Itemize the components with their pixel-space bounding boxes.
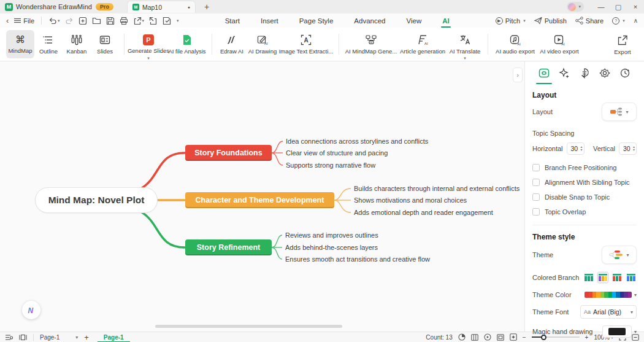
- colored-branch-option-1[interactable]: [583, 272, 594, 283]
- collapse-ribbon-button[interactable]: ∧: [634, 18, 638, 24]
- pro-badge[interactable]: Pro: [96, 3, 113, 10]
- panel-tab-topic-style[interactable]: [535, 62, 553, 84]
- tab-view[interactable]: View: [405, 15, 423, 26]
- ai-mindmap-generation-button[interactable]: AI AI MindMap Gene...: [344, 30, 398, 58]
- colored-branch-option-4[interactable]: [626, 272, 637, 283]
- export-button[interactable]: Export: [606, 31, 639, 59]
- save-button[interactable]: [106, 17, 115, 25]
- print-button[interactable]: [120, 17, 128, 25]
- subtopic[interactable]: Adds behind-the-scenes layers: [285, 243, 378, 252]
- color-chip[interactable]: [628, 292, 632, 298]
- panel-tab-history[interactable]: [616, 62, 634, 84]
- image-text-extraction-button[interactable]: A Image Text Extracti...: [278, 30, 334, 58]
- help-button[interactable]: ? ▾: [612, 17, 625, 25]
- checkbox-row[interactable]: Branch Free Positioning: [532, 163, 637, 172]
- ai-drawing-button[interactable]: AI AI Drawing: [247, 30, 278, 58]
- ai-audio-export-button[interactable]: AI AI audio export: [493, 30, 537, 58]
- generate-slides-button[interactable]: P Generate Slides ▾: [129, 30, 167, 58]
- branch-topic-story-refinement[interactable]: Story Refinement: [185, 239, 272, 255]
- article-generation-button[interactable]: AI Article generation: [398, 30, 447, 58]
- view-outline-button[interactable]: Outline: [34, 30, 63, 58]
- subtopic[interactable]: Idea connections across storylines and c…: [286, 137, 428, 146]
- colored-branch-option-2[interactable]: [597, 272, 608, 283]
- new-tab-button[interactable]: +: [204, 2, 209, 11]
- panel-tab-seal[interactable]: [596, 62, 614, 84]
- pitch-button[interactable]: ▶ Pitch ▾: [496, 17, 526, 25]
- checkbox-unchecked[interactable]: [532, 208, 540, 216]
- zoom-slider[interactable]: [532, 334, 580, 340]
- vertical-spacing-stepper[interactable]: 30 ▴▾: [619, 142, 637, 155]
- subtopic[interactable]: Ensures smooth act transitions and creat…: [285, 255, 430, 263]
- tab-page-style[interactable]: Page Style: [298, 15, 335, 26]
- branch-topic-story-foundations[interactable]: Story Foundations: [185, 145, 272, 161]
- theme-dropdown[interactable]: ▾: [602, 246, 637, 264]
- minimize-button[interactable]: —: [592, 3, 610, 10]
- import-button[interactable]: [149, 17, 158, 25]
- fit-to-screen-button[interactable]: [510, 333, 517, 341]
- maximize-button[interactable]: ▢: [610, 3, 627, 11]
- view-mindmap-button[interactable]: ⌘ MindMap: [6, 30, 34, 58]
- add-page-button[interactable]: +: [84, 333, 89, 342]
- divider: [488, 34, 488, 55]
- horizontal-spacing-stepper[interactable]: 30 ▴▾: [567, 142, 585, 155]
- share-button[interactable]: Share: [575, 17, 604, 25]
- ai-video-export-button[interactable]: AI AI video export: [537, 30, 581, 58]
- horizontal-scrollbar[interactable]: [155, 325, 342, 328]
- zoom-out-button[interactable]: −: [523, 334, 526, 341]
- magic-hand-drawing-color-button[interactable]: [602, 325, 632, 338]
- page-select-dropdown[interactable]: Page-1 ▾: [40, 334, 78, 341]
- open-file-button[interactable]: [92, 17, 101, 25]
- subtopic[interactable]: Clear view of structure and pacing: [286, 149, 388, 157]
- panel-tab-beautify[interactable]: [555, 62, 573, 84]
- branch-topic-character-theme[interactable]: Character and Theme Development: [185, 192, 334, 208]
- tab-insert[interactable]: Insert: [259, 15, 280, 26]
- subtopic[interactable]: Supports strong narrative flow: [286, 161, 375, 169]
- subtopic[interactable]: Builds characters through internal and e…: [354, 184, 519, 193]
- ai-file-analysis-button[interactable]: AI file Analysis: [167, 30, 207, 58]
- panel-tab-stickers[interactable]: [575, 62, 594, 84]
- slide-preview-button[interactable]: [497, 334, 504, 341]
- new-document-button[interactable]: [79, 17, 87, 25]
- panel-collapse-button[interactable]: ›: [513, 68, 523, 82]
- theme-font-dropdown[interactable]: Aa Arial (Big) ▾: [580, 305, 637, 319]
- publish-button[interactable]: Publish: [534, 17, 567, 25]
- edraw-ai-button[interactable]: Edraw AI: [217, 30, 247, 58]
- checkbox-unchecked[interactable]: [532, 164, 540, 171]
- checkbox-row[interactable]: Disable Snap to Topic: [532, 193, 637, 201]
- view-slides-button[interactable]: Slides: [91, 30, 119, 58]
- timer-icon[interactable]: [458, 333, 466, 341]
- save-as-button[interactable]: [163, 17, 171, 25]
- file-menu-button[interactable]: File: [13, 17, 34, 25]
- central-topic[interactable]: Mind Map: Novel Plot: [35, 187, 158, 213]
- view-kanban-button[interactable]: Kanban: [63, 30, 91, 58]
- close-button[interactable]: ×: [627, 3, 644, 10]
- zoom-slider-knob[interactable]: [541, 335, 546, 340]
- theme-color-strip[interactable]: [585, 292, 632, 298]
- outline-panel-button[interactable]: [5, 334, 13, 341]
- subtopic[interactable]: Reviews and improves outlines: [285, 231, 378, 239]
- page-tab-active[interactable]: Page-1: [95, 332, 132, 342]
- checkbox-row[interactable]: Alignment With Sibling Topic: [532, 178, 637, 187]
- mindmap-canvas[interactable]: Mind Map: Novel Plot Story Foundations C…: [0, 61, 524, 332]
- play-presentation-button[interactable]: [484, 333, 491, 341]
- tab-ai[interactable]: AI: [441, 15, 451, 26]
- tab-start[interactable]: Start: [224, 15, 241, 26]
- slideshow-button[interactable]: [19, 334, 27, 341]
- ai-assistant-button[interactable]: N: [22, 301, 40, 319]
- export-share-button[interactable]: ▾: [133, 17, 145, 25]
- back-button[interactable]: ‹: [6, 17, 9, 25]
- redo-button[interactable]: [65, 17, 74, 25]
- ai-translate-button[interactable]: AI Translate ▾: [447, 30, 483, 58]
- tab-advanced[interactable]: Advanced: [353, 15, 386, 26]
- document-tab[interactable]: M Map10 ●: [127, 1, 196, 13]
- layout-dropdown[interactable]: ▾: [602, 103, 637, 121]
- account-menu[interactable]: ▾: [567, 2, 584, 12]
- undo-button[interactable]: ▾: [48, 17, 60, 25]
- checkbox-row[interactable]: Topic Overlap: [532, 208, 637, 216]
- multi-page-view-button[interactable]: [471, 334, 478, 341]
- subtopic[interactable]: Shows motivations and moral choices: [354, 196, 467, 204]
- colored-branch-option-3[interactable]: [611, 272, 623, 283]
- checkbox-unchecked[interactable]: [532, 193, 540, 201]
- checkbox-unchecked[interactable]: [532, 179, 540, 186]
- subtopic[interactable]: Adds emotional depth and reader engageme…: [354, 208, 493, 217]
